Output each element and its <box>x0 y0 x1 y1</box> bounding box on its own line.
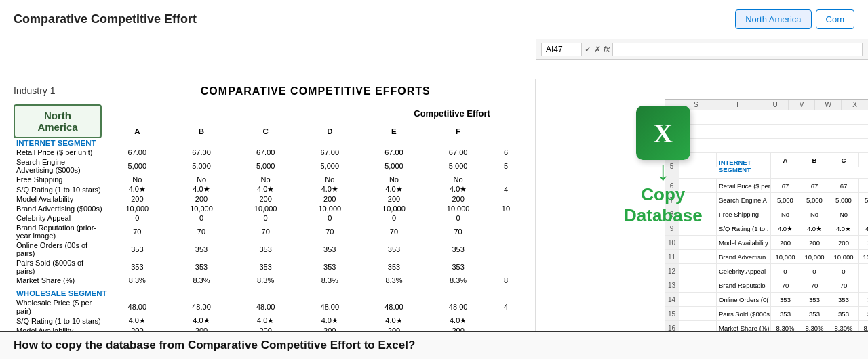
excel-cell: INTERNET SEGMENT <box>717 153 771 179</box>
excel-cell: Free Shipping <box>717 207 771 221</box>
page-title: Comparative Competitive Effort <box>14 12 197 26</box>
excel-cell: 200 <box>859 236 868 249</box>
excel-cell: No <box>859 207 868 221</box>
fx-icon[interactable]: fx <box>604 45 610 54</box>
table-row: Brand Reputation (prior-year image) 7070… <box>14 223 521 240</box>
formula-bar: ✓ ✗ fx <box>536 39 868 60</box>
excel-cell: 10,000 <box>829 250 859 263</box>
com-button[interactable]: Com <box>816 9 854 29</box>
excel-cell: 70 <box>859 278 868 292</box>
excel-cell <box>679 264 717 278</box>
excel-cell: S/Q Rating (1 to : <box>717 221 771 235</box>
excel-cell: Retail Price ($ per <box>717 179 771 192</box>
excel-cell: 70 <box>829 278 859 292</box>
cce-table: North America Competitive Effort A B C D… <box>14 104 521 335</box>
excel-row: 13Brand Reputatio70707070 <box>665 278 868 293</box>
header-button-group: North America Com <box>735 9 854 29</box>
excel-cell: 70 <box>771 278 800 292</box>
excel-cell: 353 <box>829 307 859 320</box>
excel-row: 15Pairs Sold ($000s353353353353 <box>665 307 868 321</box>
excel-cell: Celebrity Appeal <box>717 264 771 278</box>
table-row: Pairs Sold ($000s of pairs) 353353353353… <box>14 258 521 276</box>
excel-row: 10Model Availability200200200200 <box>665 236 868 250</box>
internet-segment-header: INTERNET SEGMENT <box>16 135 96 148</box>
excel-cell: 67 <box>771 179 800 192</box>
cce-title: Comparative Competitive Efforts <box>109 85 521 98</box>
cell-reference-input[interactable] <box>541 43 582 56</box>
excel-cell: C <box>829 153 859 167</box>
row-label: S/Q Rating (1 to 10 stars) <box>16 186 101 194</box>
row-label: Brand Reputation (prior-year image) <box>16 224 96 240</box>
excel-cell <box>679 307 717 320</box>
excel-cell: No <box>829 207 859 221</box>
excel-cell: 200 <box>771 236 800 249</box>
wholesale-segment-header: WHOLESALE SEGMENT <box>16 285 107 299</box>
table-row: Retail Price ($ per unit) 67.0067.0067.0… <box>14 148 521 157</box>
north-america-button[interactable]: North America <box>735 9 811 29</box>
excel-cell: 10,000 <box>859 250 868 263</box>
checkmark-icon[interactable]: ✓ <box>585 45 591 54</box>
excel-cell: Online Orders (0( <box>717 293 771 306</box>
formula-input[interactable] <box>612 43 863 56</box>
excel-cell: 0 <box>829 264 859 278</box>
cross-icon[interactable]: ✗ <box>594 45 601 54</box>
excel-cell: 353 <box>829 293 859 306</box>
col-x-header: X <box>842 100 868 110</box>
copy-db-text: CopyDatabase <box>624 184 703 226</box>
industry-label: Industry 1 <box>14 85 55 96</box>
excel-cell: A <box>771 153 800 167</box>
col-v-header: V <box>789 100 815 110</box>
excel-cell: 353 <box>859 307 868 320</box>
row-label: Market Share (%) <box>16 276 75 284</box>
col-a-header: A <box>105 124 170 138</box>
row-number: 12 <box>665 264 679 278</box>
table-row: Search Engine Advertising ($000s) 5,0005… <box>14 157 521 175</box>
table-row: Wholesale Price ($ per pair) 48.0048.004… <box>14 298 521 316</box>
row-label: Search Engine Advertising ($000s) <box>16 158 81 174</box>
row-number: 10 <box>665 236 679 249</box>
col-d-header: D <box>298 124 362 138</box>
cce-report-panel: Industry 1 Comparative Competitive Effor… <box>0 79 536 359</box>
excel-cell: Brand Reputatio <box>717 278 771 292</box>
row-label: Model Availability <box>16 195 73 203</box>
row-label: S/Q Rating (1 to 10 stars) <box>16 317 101 325</box>
excel-cell: 10,000 <box>800 250 829 263</box>
col-c-header: C <box>233 124 298 138</box>
row-number: 11 <box>665 250 679 263</box>
excel-cell <box>679 236 717 249</box>
excel-panel: X ↓ CopyDatabase S T U V W X <box>536 79 868 359</box>
excel-cell: B <box>800 153 829 167</box>
col-b-header: B <box>170 124 234 138</box>
excel-row: 11Brand Advertisin10,00010,00010,00010,0… <box>665 250 868 264</box>
excel-cell: 353 <box>800 307 829 320</box>
excel-cell: 5,000 <box>859 193 868 207</box>
bottom-question: How to copy the database from Comparativ… <box>0 331 868 359</box>
table-row: S/Q Rating (1 to 10 stars) 4.0★4.0★4.0★4… <box>14 184 521 194</box>
table-row: Market Share (%) 8.3%8.3%8.3%8.3%8.3%8.3… <box>14 276 521 285</box>
excel-cell: 353 <box>771 307 800 320</box>
excel-cell: Pairs Sold ($000s <box>717 307 771 320</box>
excel-cell: No <box>800 207 829 221</box>
comp-effort-header: Competitive Effort <box>105 104 490 124</box>
excel-cell: Model Availability <box>717 236 771 249</box>
col-w-header: W <box>815 100 842 110</box>
excel-cell: 0 <box>859 264 868 278</box>
excel-icon: X <box>636 106 690 160</box>
excel-cell: 5,000 <box>800 193 829 207</box>
excel-cell: 0 <box>771 264 800 278</box>
table-row: S/Q Rating (1 to 10 stars) 4.0★4.0★4.0★4… <box>14 316 521 326</box>
excel-cell: 4.0★ <box>859 221 868 235</box>
excel-cell: 4.0★ <box>829 221 859 235</box>
row-label: Brand Advertising ($000s) <box>16 205 102 213</box>
excel-cell: Brand Advertisin <box>717 250 771 263</box>
excel-row: 14Online Orders (0(353353353353 <box>665 293 868 307</box>
col-t-header: T <box>713 100 762 110</box>
arrow-down-icon: ↓ <box>656 157 670 184</box>
formula-icons: ✓ ✗ fx <box>585 45 610 54</box>
excel-cell: 5,000 <box>771 193 800 207</box>
excel-cell: 67 <box>859 179 868 192</box>
copy-db-section: X ↓ CopyDatabase <box>624 106 703 226</box>
excel-cell <box>679 250 717 263</box>
row-label: Celebrity Appeal <box>16 214 71 222</box>
excel-cell: 70 <box>800 278 829 292</box>
